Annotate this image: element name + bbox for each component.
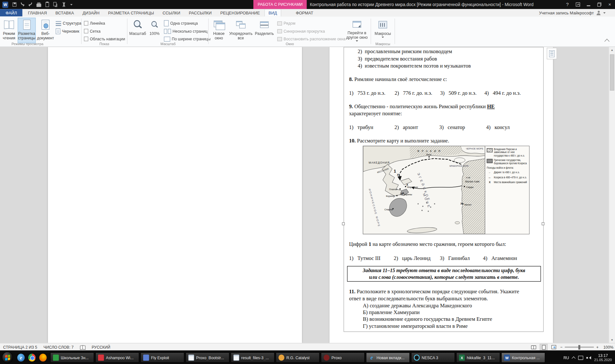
restore-button[interactable] <box>594 0 604 9</box>
page-1[interactable] <box>48 47 302 343</box>
account-button[interactable]: Учетная запись Майкрософт <box>539 9 606 16</box>
tab-insert[interactable]: ВСТАВКА <box>51 9 78 16</box>
scroll-down-button[interactable]: ▼ <box>609 337 615 343</box>
navigation-pane-checkbox[interactable]: Область навигации <box>84 36 125 43</box>
map-marker-1: 1 <box>394 169 396 174</box>
ribbon-display-options-button[interactable] <box>573 0 583 9</box>
map-image[interactable]: МАКЕДОНИЯ Ф Р А К И Я ФЕССАЛИЯ ЧЕРНОЕ МО… <box>363 146 529 234</box>
taskbar-button-proxo[interactable]: Proxo <box>321 352 365 363</box>
app-icon <box>324 354 329 360</box>
print-icon[interactable] <box>37 2 41 7</box>
print-layout-button[interactable]: Разметка страницы <box>18 18 36 43</box>
selection-handle-right[interactable] <box>542 222 545 225</box>
taskbar-button-shkolnye[interactable]: Школьные Зн... <box>50 352 94 363</box>
one-page-icon <box>164 20 169 26</box>
instruction-box: Задания 11–15 требуют ответа в виде посл… <box>347 266 541 282</box>
taskbar-button-result-files[interactable]: result_files-3_... <box>231 352 275 363</box>
map-rhodes <box>455 222 460 224</box>
page-indicator[interactable]: СТРАНИЦА 2 ИЗ 5 <box>3 345 37 349</box>
undo-icon[interactable] <box>21 3 24 6</box>
taskbar-button-fly-exploit[interactable]: Fly Exploit <box>140 352 184 363</box>
taskbar-button-nesca[interactable]: NESCA 3 <box>411 352 455 363</box>
language-switcher[interactable]: RU <box>563 355 569 360</box>
caption-text: Цифрой <box>349 241 369 247</box>
window-title: Контрольная работа по истории Древнего м… <box>310 0 533 9</box>
layout-options-button[interactable] <box>547 48 557 59</box>
language-indicator[interactable]: РУССКИЙ <box>92 345 110 349</box>
zoom-slider-thumb[interactable] <box>578 345 580 349</box>
cut-icon[interactable] <box>62 2 66 7</box>
scrollbar-thumb[interactable] <box>610 54 614 91</box>
side-by-side-icon <box>277 21 282 25</box>
tab-format[interactable]: ФОРМАТ <box>291 9 317 16</box>
web-layout-view-button[interactable] <box>550 344 558 351</box>
zoom-in-button[interactable]: + <box>596 345 598 349</box>
tab-references[interactable]: ССЫЛКИ <box>158 9 184 16</box>
proofing-icon[interactable] <box>80 345 85 349</box>
customize-quick-access-icon[interactable] <box>70 3 72 7</box>
taskbar-button-rg-catalyst[interactable]: R.G. Catalyst <box>276 352 320 363</box>
switch-windows-button[interactable]: Перейти в другое окно <box>344 18 369 43</box>
taskbar-button-ashampoo[interactable]: Ashampoo Wi... <box>95 352 139 363</box>
print-layout-view-button[interactable] <box>540 344 547 351</box>
scroll-up-button[interactable]: ▲ <box>609 47 615 53</box>
outline-view-button[interactable]: Структура <box>56 20 81 27</box>
ruler-checkbox[interactable]: Линейка <box>84 20 105 27</box>
save-icon[interactable] <box>12 3 16 7</box>
volume-tray-icon[interactable] <box>586 356 591 360</box>
word-logo-icon[interactable]: W <box>2 2 8 8</box>
legend-text: Владения Персии и зависимые от нее госуд… <box>494 148 528 157</box>
read-mode-button[interactable]: Режим чтения <box>1 18 17 43</box>
taskbar-button-label: hikkafile_3_11... <box>467 355 495 360</box>
page-2[interactable]: 2) прославленным римским полководцем 3) … <box>330 47 553 343</box>
tab-file[interactable]: ФАЙЛ <box>0 9 22 16</box>
new-window-button[interactable]: Новое окно <box>210 18 227 43</box>
word-count[interactable]: ЧИСЛО СЛОВ: 7 <box>44 345 74 349</box>
taskbar-button-proxo-bootstrap[interactable]: Proxo_Bootstr... <box>185 352 229 363</box>
zoom-button[interactable]: Масштаб <box>129 18 147 43</box>
group-label-show: Показ <box>82 42 127 46</box>
one-page-button[interactable]: Одна страница <box>164 20 198 27</box>
help-button[interactable]: ? <box>562 0 573 9</box>
redo-icon[interactable] <box>29 3 32 6</box>
tab-mailings[interactable]: РАССЫЛКИ <box>184 9 216 16</box>
draft-view-button[interactable]: Черновик <box>56 28 79 35</box>
web-layout-button[interactable]: Веб- документ <box>37 18 54 43</box>
tab-review[interactable]: РЕЦЕНЗИРОВАНИЕ <box>216 9 264 16</box>
edge-icon[interactable]: e <box>17 354 25 361</box>
arrange-all-button[interactable]: Упорядочить все <box>228 18 253 43</box>
selection-handle-left[interactable] <box>342 222 345 225</box>
zoom-out-button[interactable]: − <box>560 345 562 349</box>
collapse-ribbon-button[interactable] <box>604 39 610 44</box>
paste-icon[interactable] <box>45 2 49 7</box>
tab-design[interactable]: ДИЗАЙН <box>78 9 104 16</box>
zoom-level[interactable]: 100% <box>601 345 613 349</box>
account-label: Учетная запись Майкрософт <box>539 10 594 15</box>
close-button[interactable]: × <box>604 0 615 9</box>
taskbar-button-excel[interactable]: Xhikkafile_3_11... <box>456 352 500 363</box>
show-hidden-icons-button[interactable] <box>572 356 576 360</box>
map-label-marathon: Марафон <box>407 185 418 188</box>
tab-home[interactable]: ГЛАВНАЯ <box>24 9 51 16</box>
start-button[interactable] <box>2 352 13 363</box>
taskbar-button-ie-tab[interactable]: eНовая вкладк... <box>366 352 410 363</box>
split-button[interactable]: Разделить <box>254 18 275 43</box>
tab-page-layout[interactable]: РАЗМЕТКА СТРАНИЦЫ <box>104 9 158 16</box>
multiple-pages-button[interactable]: Несколько страниц <box>164 28 208 35</box>
vertical-scrollbar[interactable]: ▲ ▼ <box>609 47 615 343</box>
display-tray-icon[interactable] <box>578 356 583 360</box>
clock[interactable]: 13:17 21.05.2020 <box>594 353 613 362</box>
read-mode-view-button[interactable] <box>529 344 537 351</box>
zoom-100-button[interactable]: 100% <box>147 18 161 43</box>
copy-icon[interactable] <box>53 2 58 7</box>
firefox-icon[interactable] <box>39 354 46 361</box>
minimize-button[interactable] <box>583 0 594 9</box>
macros-button[interactable]: Макросы <box>373 18 392 43</box>
chrome-icon[interactable] <box>28 354 36 361</box>
chevron-down-icon <box>381 36 384 39</box>
taskbar-button-word[interactable]: WКонтрольная ... <box>501 352 545 363</box>
tab-view[interactable]: ВИД <box>264 9 281 16</box>
zoom-slider[interactable] <box>565 347 594 348</box>
page-width-button[interactable]: По ширине страницы <box>164 36 211 43</box>
gridlines-checkbox[interactable]: Сетка <box>84 28 101 35</box>
